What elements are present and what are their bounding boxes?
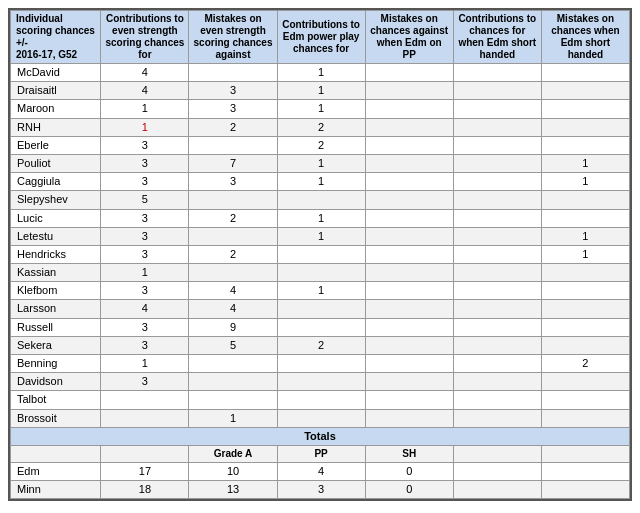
data-cell [365,191,453,209]
data-cell [365,282,453,300]
col-header-c3: Contributions to Edm power play chances … [277,11,365,64]
data-cell [541,136,629,154]
data-cell: 1 [101,355,189,373]
data-cell: 1 [277,100,365,118]
totals-sub-header-cell [453,445,541,462]
data-cell: 4 [189,300,277,318]
data-cell [541,318,629,336]
totals-data-cell [541,462,629,480]
data-cell [277,391,365,409]
table-row: Russell39 [11,318,630,336]
player-name-cell: Letestu [11,227,101,245]
totals-data-cell [453,481,541,499]
data-cell [541,373,629,391]
data-cell [365,355,453,373]
player-name-cell: Brossoit [11,409,101,427]
data-cell: 2 [189,245,277,263]
data-cell [189,391,277,409]
data-cell [453,118,541,136]
data-cell: 2 [277,118,365,136]
data-cell: 1 [541,173,629,191]
data-cell [365,245,453,263]
col-header-c5: Contributions to chances for when Edm sh… [453,11,541,64]
table-row: Hendricks321 [11,245,630,263]
player-name-cell: Klefbom [11,282,101,300]
data-cell: 4 [101,300,189,318]
data-cell [365,300,453,318]
table-row: Pouliot3711 [11,154,630,172]
totals-separator-row: Totals [11,427,630,445]
totals-data-cell: Minn [11,481,101,499]
data-cell: 1 [541,245,629,263]
totals-data-cell [541,481,629,499]
data-cell [189,355,277,373]
player-name-cell: McDavid [11,64,101,82]
data-cell: 3 [101,373,189,391]
data-cell [453,391,541,409]
data-cell [453,245,541,263]
data-cell [453,318,541,336]
table-row: Benning12 [11,355,630,373]
data-cell [189,373,277,391]
data-cell: 4 [101,82,189,100]
data-cell: 7 [189,154,277,172]
data-cell [453,191,541,209]
data-cell [277,409,365,427]
totals-sub-header-cell: SH [365,445,453,462]
data-cell: 1 [101,264,189,282]
totals-sub-header-cell [541,445,629,462]
stats-table: Individual scoring chances +/- 2016-17, … [10,10,630,499]
data-cell: 2 [189,209,277,227]
data-cell: 5 [101,191,189,209]
totals-data-row: Minn181330 [11,481,630,499]
data-cell [277,191,365,209]
table-row: Draisaitl431 [11,82,630,100]
player-name-cell: Talbot [11,391,101,409]
data-cell [189,136,277,154]
player-name-cell: Lucic [11,209,101,227]
data-cell [453,264,541,282]
table-row: Maroon131 [11,100,630,118]
table-row: Lucic321 [11,209,630,227]
data-cell: 2 [277,336,365,354]
data-cell [365,391,453,409]
data-cell [101,391,189,409]
col-header-c1: Contributions to even strength scoring c… [101,11,189,64]
totals-data-cell: 17 [101,462,189,480]
data-cell [541,264,629,282]
data-cell: 1 [277,282,365,300]
data-cell: 1 [541,227,629,245]
data-cell: 3 [101,282,189,300]
player-name-cell: Davidson [11,373,101,391]
player-name-cell: Slepyshev [11,191,101,209]
player-name-cell: Kassian [11,264,101,282]
data-cell: 1 [541,154,629,172]
data-cell [365,82,453,100]
data-cell: 1 [189,409,277,427]
data-cell: 1 [277,209,365,227]
table-foot: TotalsGrade APPSHEdm171040Minn181330 [11,427,630,499]
data-cell: 5 [189,336,277,354]
table-row: Sekera352 [11,336,630,354]
data-cell [189,264,277,282]
table-row: Caggiula3311 [11,173,630,191]
data-cell [541,282,629,300]
table-row: Davidson3 [11,373,630,391]
data-cell [453,336,541,354]
table-row: Klefbom341 [11,282,630,300]
data-cell [453,409,541,427]
col-header-c4: Mistakes on chances against when Edm on … [365,11,453,64]
data-cell [365,336,453,354]
table-row: Brossoit1 [11,409,630,427]
table-row: Eberle32 [11,136,630,154]
player-name-cell: Caggiula [11,173,101,191]
data-cell: 4 [189,282,277,300]
data-cell [277,245,365,263]
totals-sub-header-cell: PP [277,445,365,462]
totals-sub-header-cell [101,445,189,462]
data-cell [453,173,541,191]
data-cell: 3 [101,318,189,336]
col-header-c2: Mistakes on even strength scoring chance… [189,11,277,64]
player-name-cell: Russell [11,318,101,336]
data-cell: 3 [101,336,189,354]
